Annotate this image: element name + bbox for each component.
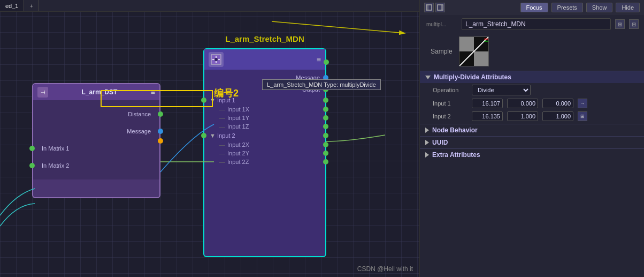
tab-add[interactable]: +	[24, 0, 39, 11]
dst-port-message: Message	[37, 124, 155, 139]
mdn-input2-left-port	[201, 133, 206, 138]
svg-point-3	[214, 58, 218, 61]
sample-label: Sample	[431, 48, 453, 55]
input2-attr-label: Input 2	[433, 113, 467, 119]
tab-bar: ed_1 +	[0, 0, 419, 12]
mdn-menu[interactable]: ≡	[317, 55, 321, 64]
uuid-triangle	[425, 140, 429, 145]
input1-x-field[interactable]	[472, 99, 503, 108]
sample-img-svg	[459, 37, 488, 66]
mdn-input2x-port	[323, 142, 328, 147]
node-dst[interactable]: ⊣ L_arm_DST ≡ Distance Message	[32, 83, 160, 198]
svg-rect-13	[474, 51, 488, 66]
input2-y-field[interactable]	[507, 111, 538, 121]
panel-expand-icon[interactable]	[435, 3, 445, 12]
watermark: CSDN @Hell with it	[357, 265, 413, 273]
attrs-header-text: Multiply-Divide Attributes	[434, 73, 639, 81]
hide-button[interactable]: Hide	[616, 3, 640, 12]
show-button[interactable]: Show	[586, 3, 613, 12]
node-dst-header: ⊣ L_arm_DST ≡	[33, 84, 159, 100]
extra-attrs-row[interactable]: Extra Attributes	[420, 148, 644, 161]
arrow-svg	[0, 12, 419, 44]
input2-z-field[interactable]	[542, 111, 573, 121]
input2-x-field[interactable]	[472, 111, 503, 121]
svg-rect-8	[438, 5, 443, 10]
collapse-icon[interactable]: ⊟	[629, 19, 639, 29]
operation-dropdown[interactable]: No Operation Multiply Divide Power	[472, 85, 531, 95]
node-dst-title: L_arm_DST	[82, 88, 118, 96]
input2-link-btn[interactable]: ⊞	[578, 111, 587, 121]
panel-top-bar: Focus Presets Show Hide	[420, 0, 644, 15]
presets-button[interactable]: Presets	[551, 3, 583, 12]
mdn-header-port	[324, 59, 329, 65]
node-dst-menu[interactable]: ≡	[151, 88, 155, 96]
dst-node-icon: ⊣	[37, 87, 48, 98]
input1-z-field[interactable]	[542, 99, 573, 108]
svg-text:multipl...: multipl...	[426, 21, 446, 27]
expand-icon[interactable]: ⊞	[615, 19, 625, 29]
node-behavior-row[interactable]: Node Behavior	[420, 124, 644, 136]
input1-link-btn[interactable]: →	[578, 99, 587, 108]
right-panel: Focus Presets Show Hide multipl... ⊞ ⊟ S…	[419, 0, 644, 277]
attrs-collapse-triangle	[425, 76, 431, 79]
extra-attrs-label: Extra Attributes	[432, 151, 480, 159]
dst-message-port	[158, 129, 163, 134]
mdn-input2z-port	[323, 159, 328, 164]
node-mdn-header: ≡	[204, 49, 325, 70]
mdn-input1z-port	[323, 124, 328, 129]
mdn-input2y-port	[323, 151, 328, 156]
node-behavior-label: Node Behavior	[432, 126, 478, 134]
operation-row: Operation No Operation Multiply Divide P…	[420, 83, 644, 97]
node-behavior-triangle	[425, 128, 429, 133]
mdn-input2x-row: Input 2X	[204, 140, 325, 149]
sample-img	[459, 36, 489, 66]
uuid-label: UUID	[432, 139, 448, 146]
mdn-input1y-port	[323, 115, 328, 121]
attrs-header[interactable]: Multiply-Divide Attributes	[420, 71, 644, 83]
dst-port-inmatrix1: In Matrix 1	[37, 141, 155, 156]
dst-inmatrix1-port	[29, 146, 35, 151]
uuid-row[interactable]: UUID	[420, 136, 644, 148]
mdn-input2-section: ▼ Input 2	[204, 131, 325, 140]
dst-inmatrix2-port	[29, 163, 35, 168]
svg-rect-12	[459, 37, 474, 51]
graph-area[interactable]: ed_1 + ⊣ L_arm_DST ≡	[0, 0, 419, 277]
dst-header-port-right	[158, 138, 163, 144]
mdn-input1z-row: Input 1Z	[204, 122, 325, 131]
extra-attrs-triangle	[425, 152, 429, 158]
mdn-input1-right-port	[323, 98, 328, 103]
mdn-input1y-row: Input 1Y	[204, 114, 325, 122]
node-dst-body: Distance Message In Matrix 1 In Matrix 2	[33, 100, 159, 179]
dst-port-distance: Distance	[37, 107, 155, 122]
multiply-divide-attrs: Multiply-Divide Attributes Operation No …	[420, 71, 644, 123]
input1-y-field[interactable]	[507, 99, 538, 108]
input1-attr-row: Input 1 →	[420, 97, 644, 110]
mdn-input2y-row: Input 2Y	[204, 149, 325, 158]
input1-attr-label: Input 1	[433, 100, 467, 107]
focus-button[interactable]: Focus	[520, 3, 548, 12]
node-name-row: multipl... ⊞ ⊟	[420, 15, 644, 33]
mdn-input2z-row: Input 2Z	[204, 158, 325, 166]
mdn-node-icon	[209, 52, 224, 67]
panel-collapse-icon[interactable]	[424, 3, 434, 12]
sample-area: Sample	[420, 33, 644, 70]
mdn-input1x-port	[323, 107, 328, 112]
svg-line-5	[272, 21, 405, 33]
input2-attr-row: Input 2 ⊞	[420, 110, 644, 123]
mdn-input1-left-port	[201, 98, 206, 103]
main-container: ed_1 + ⊣ L_arm_DST ≡	[0, 0, 644, 277]
tooltip-box: L_arm_Stretch_MDN Type: multiplyDivide	[262, 79, 381, 90]
tab-ed1[interactable]: ed_1	[0, 0, 24, 11]
mdn-label-above: L_arm_Stretch_MDN	[225, 34, 304, 43]
dst-port-inmatrix2: In Matrix 2	[37, 158, 155, 173]
mdn-input2-right-port	[323, 133, 328, 138]
annotation-label: 编号2	[214, 87, 239, 100]
multiply-arrow: multipl...	[425, 19, 457, 29]
node-name-input[interactable]	[462, 18, 611, 30]
svg-rect-6	[426, 5, 432, 10]
dst-distance-port	[158, 111, 163, 117]
operation-label: Operation	[433, 87, 467, 93]
mdn-input1x-row: Input 1X	[204, 105, 325, 114]
